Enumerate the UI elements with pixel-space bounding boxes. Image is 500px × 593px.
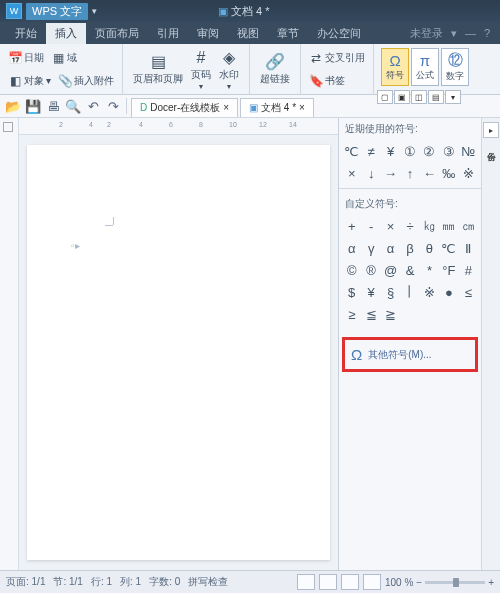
- undo-icon[interactable]: ↶: [84, 97, 102, 115]
- symbol-cell[interactable]: β: [400, 237, 419, 259]
- open-icon[interactable]: 📂: [4, 97, 22, 115]
- symbol-cell[interactable]: &: [400, 259, 419, 281]
- symbol-cell[interactable]: #: [459, 259, 478, 281]
- symbol-cell[interactable]: Ⅱ: [459, 237, 478, 259]
- symbol-cell[interactable]: ←: [420, 162, 439, 184]
- zoom-out-icon[interactable]: −: [416, 577, 422, 588]
- symbol-cell[interactable]: -: [361, 215, 380, 237]
- symbol-cell[interactable]: ㎏: [420, 215, 439, 237]
- save-icon[interactable]: 💾: [24, 97, 42, 115]
- close-icon[interactable]: ×: [299, 102, 305, 113]
- minimize-icon[interactable]: —: [461, 27, 480, 39]
- box-icon[interactable]: ◫: [411, 90, 427, 104]
- object-button[interactable]: ◧对象▾: [6, 73, 53, 89]
- symbol-cell[interactable]: ①: [400, 140, 419, 162]
- symbol-cell[interactable]: ※: [459, 162, 478, 184]
- preview-icon[interactable]: 🔍: [64, 97, 82, 115]
- symbol-cell[interactable]: §: [381, 281, 400, 303]
- symbol-cell[interactable]: *: [420, 259, 439, 281]
- chevron-down-icon[interactable]: ▾: [447, 27, 461, 40]
- formula-button[interactable]: π公式: [411, 48, 439, 86]
- menu-review[interactable]: 审阅: [188, 23, 228, 44]
- backup-button[interactable]: 备份: [484, 142, 498, 148]
- status-line[interactable]: 行: 1: [91, 575, 112, 589]
- status-spellcheck[interactable]: 拼写检查: [188, 575, 228, 589]
- app-dropdown-icon[interactable]: ▼: [90, 7, 98, 16]
- symbol-cell[interactable]: ¥: [381, 140, 400, 162]
- field-button[interactable]: ▦域: [49, 50, 79, 66]
- symbol-cell[interactable]: $: [342, 281, 361, 303]
- symbol-cell[interactable]: ×: [381, 215, 400, 237]
- view-web-icon[interactable]: [319, 574, 337, 590]
- chevron-down-icon[interactable]: ▾: [445, 90, 461, 104]
- box-icon[interactable]: ▤: [428, 90, 444, 104]
- menu-start[interactable]: 开始: [6, 23, 46, 44]
- crossref-button[interactable]: ⇄交叉引用: [307, 50, 367, 66]
- header-footer-button[interactable]: ▤页眉和页脚: [129, 51, 187, 88]
- attach-button[interactable]: 📎插入附件: [56, 73, 116, 89]
- menu-chapter[interactable]: 章节: [268, 23, 308, 44]
- symbol-cell[interactable]: ↓: [361, 162, 380, 184]
- symbol-cell[interactable]: ¥: [361, 281, 380, 303]
- symbol-cell[interactable]: ℃: [439, 237, 458, 259]
- bookmark-button[interactable]: 🔖书签: [307, 73, 347, 89]
- symbol-cell[interactable]: ㎜: [439, 215, 458, 237]
- panel-toggle-icon[interactable]: ▸: [483, 122, 499, 138]
- box-icon[interactable]: ▣: [394, 90, 410, 104]
- status-page[interactable]: 页面: 1/1: [6, 575, 45, 589]
- zoom-in-icon[interactable]: +: [488, 577, 494, 588]
- menu-view[interactable]: 视图: [228, 23, 268, 44]
- symbol-cell[interactable]: ‰: [439, 162, 458, 184]
- symbol-button[interactable]: Ω符号: [381, 48, 409, 86]
- symbol-cell[interactable]: ×: [342, 162, 361, 184]
- symbol-cell[interactable]: @: [381, 259, 400, 281]
- symbol-cell[interactable]: 丨: [400, 281, 419, 303]
- watermark-button[interactable]: ◈水印▼: [215, 47, 243, 92]
- symbol-cell[interactable]: γ: [361, 237, 380, 259]
- symbol-cell[interactable]: θ: [420, 237, 439, 259]
- symbol-cell[interactable]: ㎝: [459, 215, 478, 237]
- symbol-cell[interactable]: ≤: [459, 281, 478, 303]
- symbol-cell[interactable]: α: [381, 237, 400, 259]
- tab-document[interactable]: ▣文档 4 *×: [240, 98, 314, 117]
- view-reading-icon[interactable]: [363, 574, 381, 590]
- symbol-cell[interactable]: ※: [420, 281, 439, 303]
- symbol-cell[interactable]: ≠: [361, 140, 380, 162]
- zoom-slider[interactable]: [425, 581, 485, 584]
- menu-layout[interactable]: 页面布局: [86, 23, 148, 44]
- hyperlink-button[interactable]: 🔗超链接: [256, 51, 294, 88]
- zoom-level[interactable]: 100 %: [385, 577, 413, 588]
- menu-references[interactable]: 引用: [148, 23, 188, 44]
- ruler-vertical[interactable]: [0, 118, 19, 570]
- box-icon[interactable]: ▢: [377, 90, 393, 104]
- symbol-cell[interactable]: →: [381, 162, 400, 184]
- symbol-cell[interactable]: ©: [342, 259, 361, 281]
- symbol-cell[interactable]: ≥: [342, 303, 361, 325]
- redo-icon[interactable]: ↷: [104, 97, 122, 115]
- symbol-cell[interactable]: ®: [361, 259, 380, 281]
- view-print-icon[interactable]: [297, 574, 315, 590]
- print-icon[interactable]: 🖶: [44, 97, 62, 115]
- symbol-cell[interactable]: ●: [439, 281, 458, 303]
- more-symbols-button[interactable]: Ω 其他符号(M)...: [342, 337, 478, 372]
- date-button[interactable]: 📅日期: [6, 50, 46, 66]
- symbol-cell[interactable]: ≧: [381, 303, 400, 325]
- page-number-button[interactable]: #页码▼: [187, 47, 215, 92]
- menu-insert[interactable]: 插入: [46, 23, 86, 44]
- symbol-cell[interactable]: +: [342, 215, 361, 237]
- help-icon[interactable]: ?: [480, 27, 494, 39]
- symbol-cell[interactable]: ③: [439, 140, 458, 162]
- symbol-cell[interactable]: ÷: [400, 215, 419, 237]
- symbol-cell[interactable]: α: [342, 237, 361, 259]
- symbol-cell[interactable]: °F: [439, 259, 458, 281]
- status-col[interactable]: 列: 1: [120, 575, 141, 589]
- symbol-cell[interactable]: ↑: [400, 162, 419, 184]
- view-outline-icon[interactable]: [341, 574, 359, 590]
- login-status[interactable]: 未登录: [406, 26, 447, 41]
- document-page[interactable]: ▫▸: [27, 145, 330, 560]
- symbol-cell[interactable]: ②: [420, 140, 439, 162]
- symbol-cell[interactable]: №: [459, 140, 478, 162]
- tab-docer[interactable]: DDocer-在线模板×: [131, 98, 238, 117]
- symbol-cell[interactable]: ℃: [342, 140, 361, 162]
- close-icon[interactable]: ×: [223, 102, 229, 113]
